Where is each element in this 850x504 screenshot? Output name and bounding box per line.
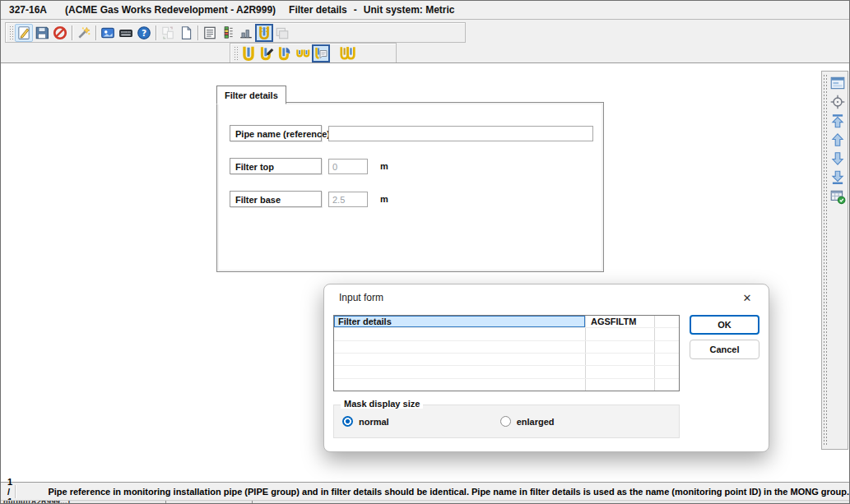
section-title: Filter details: [289, 4, 347, 16]
toolbar-separator: [197, 25, 198, 40]
table-row[interactable]: [334, 379, 679, 391]
wells-double-icon[interactable]: [338, 44, 356, 62]
clipped-separator: [252, 501, 253, 504]
app-window: 327-16A (ACME Gas Works Redevelopment - …: [0, 0, 850, 504]
cancel-button[interactable]: Cancel: [690, 340, 759, 359]
pipe-name-label: Pipe name (reference): [230, 125, 322, 141]
table-row[interactable]: [334, 341, 679, 354]
toolbar-separator: [72, 25, 72, 40]
color-legend-icon[interactable]: [219, 24, 237, 42]
form-list-table: Filter details AGSFILTM: [333, 315, 680, 391]
radio-selected-icon[interactable]: [342, 416, 353, 427]
radio-enlarged[interactable]: enlarged: [500, 416, 555, 427]
tables-icon[interactable]: [273, 24, 291, 42]
well-toolbar: [230, 43, 397, 63]
radio-normal[interactable]: normal: [342, 416, 389, 427]
svg-text:?: ?: [142, 27, 146, 38]
input-form-dialog: Input form ✕ Filter details AGSFILTM OK …: [323, 284, 769, 452]
radio-unselected-icon[interactable]: [500, 416, 511, 427]
filter-top-unit: m: [380, 161, 388, 171]
filter-base-input[interactable]: [328, 192, 368, 207]
well-icon[interactable]: [239, 44, 258, 62]
project-name: (ACME Gas Works Redevelopment - A2R999): [65, 4, 276, 16]
close-icon[interactable]: ✕: [740, 290, 755, 305]
filter-base-unit: m: [380, 194, 388, 204]
table-row[interactable]: [334, 354, 679, 366]
move-top-icon[interactable]: [828, 112, 847, 129]
pipe-name-input[interactable]: [328, 126, 593, 141]
form-name-cell[interactable]: Filter details: [334, 316, 586, 327]
move-up-icon[interactable]: [828, 131, 847, 148]
magic-wand-icon[interactable]: [75, 24, 93, 42]
tab-filter-details[interactable]: Filter details: [216, 86, 286, 104]
right-toolbar: [821, 71, 848, 450]
clipped-status-text: output[A2R999...]: [3, 500, 70, 504]
keyboard-icon[interactable]: [117, 24, 135, 42]
edit-note-icon[interactable]: [15, 24, 33, 42]
crosshair-icon[interactable]: [828, 93, 847, 110]
form-code-cell[interactable]: AGSFILTM: [586, 316, 655, 327]
dialog-title: Input form: [339, 292, 383, 303]
well-filter-icon[interactable]: [255, 24, 273, 42]
filter-top-label: Filter top: [230, 158, 322, 174]
table-row[interactable]: [334, 328, 679, 340]
title-bar: 327-16A (ACME Gas Works Redevelopment - …: [1, 1, 849, 20]
cancel-icon[interactable]: [51, 24, 69, 42]
toolbar-grip[interactable]: [234, 46, 238, 61]
image-icon[interactable]: [99, 24, 117, 42]
well-edit-icon[interactable]: [258, 44, 276, 62]
document-id: 327-16A: [9, 4, 47, 16]
well-form-icon[interactable]: [312, 44, 330, 62]
status-message: Pipe reference in monitoring installatio…: [48, 487, 849, 497]
mask-display-size-group: Mask display size normal enlarged: [333, 405, 680, 438]
wells-small-icon[interactable]: [294, 44, 312, 62]
filter-base-label: Filter base: [230, 191, 322, 207]
toolbar-grip[interactable]: [823, 74, 827, 446]
radio-enlarged-label: enlarged: [517, 417, 555, 427]
transfer-pages-icon[interactable]: [159, 24, 177, 42]
table-row[interactable]: [334, 366, 679, 378]
toolbar-separator: [95, 25, 96, 40]
new-document-icon[interactable]: [177, 24, 195, 42]
title-separator: -: [354, 4, 357, 16]
radio-normal-label: normal: [359, 417, 389, 427]
clipped-separator: [165, 501, 166, 504]
table-apply-icon[interactable]: [828, 187, 847, 205]
help-icon[interactable]: ?: [135, 24, 153, 42]
filter-details-panel: Pipe name (reference) Filter top m Filte…: [216, 102, 604, 272]
move-bottom-icon[interactable]: [828, 169, 847, 186]
move-down-icon[interactable]: [828, 150, 847, 167]
clipped-bottom-strip: output[A2R999...]: [1, 500, 849, 504]
ok-button[interactable]: OK: [690, 315, 759, 335]
well-magic-icon[interactable]: [276, 44, 294, 62]
unit-system-label: Unit system: Metric: [364, 4, 455, 16]
filter-top-input[interactable]: [328, 159, 368, 174]
toolbar-grip[interactable]: [9, 25, 13, 40]
tab-label: Filter details: [225, 90, 278, 100]
toolbar-separator: [156, 25, 156, 40]
main-toolbar: ?: [5, 22, 466, 43]
form-window-icon[interactable]: [828, 74, 847, 91]
save-icon[interactable]: [33, 24, 51, 42]
bar-chart-icon[interactable]: [237, 24, 255, 42]
table-row[interactable]: Filter details AGSFILTM: [334, 316, 679, 328]
text-list-icon[interactable]: [201, 24, 219, 42]
status-bar: 1 / 1 Pipe reference in monitoring insta…: [1, 482, 849, 500]
table-cell-empty[interactable]: [655, 316, 679, 327]
